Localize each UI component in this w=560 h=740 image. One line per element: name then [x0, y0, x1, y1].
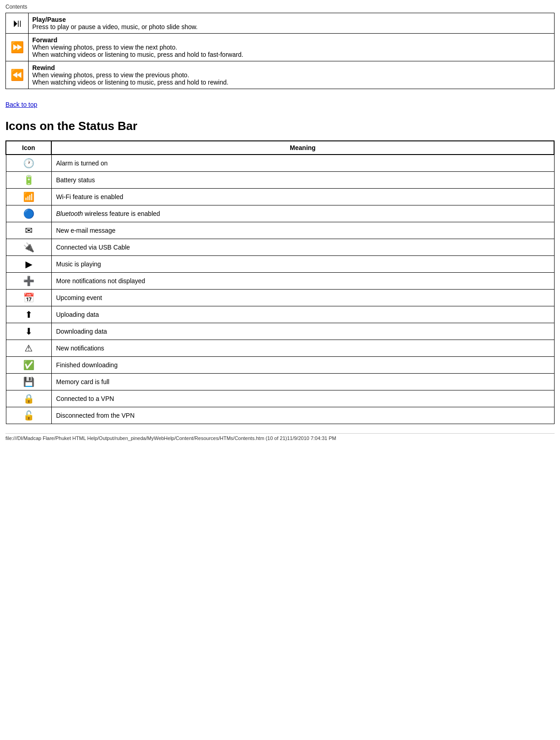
download-icon: ⬇	[6, 323, 51, 340]
control-description-line: When viewing photos, press to view the n…	[32, 44, 177, 51]
control-description-cell: RewindWhen viewing photos, press to view…	[29, 61, 555, 89]
meaning-cell: Alarm is turned on	[51, 155, 554, 172]
table-row: ✅Finished downloading	[6, 357, 554, 374]
status-icons-table: Icon Meaning 🕐Alarm is turned on🔋Battery…	[5, 140, 555, 424]
warning-icon: ⚠	[6, 340, 51, 357]
memory-card-icon: 💾	[6, 374, 51, 390]
control-icon-cell: ⏯	[6, 13, 29, 34]
table-row: 🔓Disconnected from the VPN	[6, 407, 554, 424]
control-description-line: When watching videos or listening to mus…	[32, 79, 228, 86]
back-to-top-link[interactable]: Back to top	[5, 101, 37, 108]
control-title: Forward	[32, 36, 57, 44]
meaning-cell: Upcoming event	[51, 290, 554, 306]
meaning-cell: Music is playing	[51, 256, 554, 273]
meaning-cell: New e-mail message	[51, 222, 554, 239]
table-row: 🔵Bluetooth wireless feature is enabled	[6, 205, 554, 222]
upload-icon: ⬆	[6, 306, 51, 323]
control-icon-cell: ⏩	[6, 34, 29, 61]
meaning-cell: Disconnected from the VPN	[51, 407, 554, 424]
meaning-cell: Bluetooth wireless feature is enabled	[51, 205, 554, 222]
meaning-cell: More notifications not displayed	[51, 273, 554, 290]
calendar-icon: 📅	[6, 290, 51, 306]
meaning-cell: Memory card is full	[51, 374, 554, 390]
table-row: ⬆Uploading data	[6, 306, 554, 323]
table-row: 💾Memory card is full	[6, 374, 554, 390]
music-icon: ▶	[6, 256, 51, 273]
section-title: Icons on the Status Bar	[5, 119, 555, 133]
table-row: ➕More notifications not displayed	[6, 273, 554, 290]
footer-text: file:///Dl/Madcap Flare/Phuket HTML Help…	[5, 433, 555, 441]
controls-table: ⏯Play/PausePress to play or pause a vide…	[5, 13, 555, 89]
contents-label: Contents	[5, 4, 555, 10]
control-title: Rewind	[32, 64, 55, 71]
control-description-cell: ForwardWhen viewing photos, press to vie…	[29, 34, 555, 61]
email-icon: ✉	[6, 222, 51, 239]
meaning-cell: Downloading data	[51, 323, 554, 340]
meaning-cell: Connected to a VPN	[51, 390, 554, 407]
meaning-cell: Connected via USB Cable	[51, 239, 554, 256]
meaning-cell: Finished downloading	[51, 357, 554, 374]
table-row: 🔋Battery status	[6, 172, 554, 189]
meaning-cell: Battery status	[51, 172, 554, 189]
table-row: 🕐Alarm is turned on	[6, 155, 554, 172]
control-description-cell: Play/PausePress to play or pause a video…	[29, 13, 555, 34]
table-row: 🔌Connected via USB Cable	[6, 239, 554, 256]
table-row: ⬇Downloading data	[6, 323, 554, 340]
more-notifications-icon: ➕	[6, 273, 51, 290]
alarm-icon: 🕐	[6, 155, 51, 172]
usb-icon: 🔌	[6, 239, 51, 256]
icon-column-header: Icon	[6, 141, 51, 155]
table-row: 📅Upcoming event	[6, 290, 554, 306]
meaning-cell: New notifications	[51, 340, 554, 357]
control-description-line: When viewing photos, press to view the p…	[32, 71, 189, 79]
vpn-connected-icon: 🔒	[6, 390, 51, 407]
control-icon-cell: ⏪	[6, 61, 29, 89]
table-row: ⚠New notifications	[6, 340, 554, 357]
control-description-line: When watching videos or listening to mus…	[32, 51, 243, 58]
table-row: 📶Wi-Fi feature is enabled	[6, 189, 554, 205]
control-description: Press to play or pause a video, music, o…	[32, 23, 198, 30]
control-title: Play/Pause	[32, 16, 66, 23]
italic-text: Bluetooth	[56, 210, 83, 217]
meaning-column-header: Meaning	[51, 141, 554, 155]
battery-icon: 🔋	[6, 172, 51, 189]
bluetooth-icon: 🔵	[6, 205, 51, 222]
wifi-icon: 📶	[6, 189, 51, 205]
finished-download-icon: ✅	[6, 357, 51, 374]
table-row: ✉New e-mail message	[6, 222, 554, 239]
meaning-cell: Wi-Fi feature is enabled	[51, 189, 554, 205]
table-row: ▶Music is playing	[6, 256, 554, 273]
table-row: 🔒Connected to a VPN	[6, 390, 554, 407]
meaning-cell: Uploading data	[51, 306, 554, 323]
vpn-disconnected-icon: 🔓	[6, 407, 51, 424]
